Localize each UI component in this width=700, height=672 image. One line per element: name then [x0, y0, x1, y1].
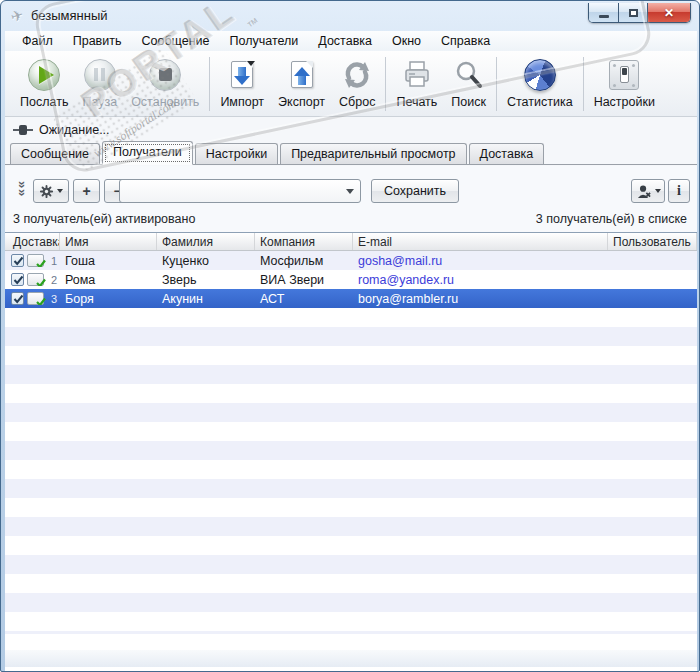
collapse-chevrons-icon[interactable]: »»: [15, 184, 29, 204]
toolbar-separator: [496, 57, 497, 111]
actions-gear-button[interactable]: [33, 179, 69, 203]
toolbar-separator: [209, 57, 210, 111]
cell-name: Рома: [60, 273, 157, 287]
minimize-button[interactable]: [589, 3, 618, 22]
send-button[interactable]: Послать: [13, 55, 75, 113]
column-header-delivery[interactable]: Доставка: [5, 233, 60, 250]
window-title: безымянный: [31, 8, 108, 23]
minimize-icon: [599, 15, 609, 18]
cell-name: Боря: [60, 292, 157, 306]
empty-rows-area: [5, 308, 697, 634]
title-bar[interactable]: ✈ безымянный ✕: [1, 1, 699, 31]
table-row[interactable]: 1 Гоша Куценко Мосфильм gosha@mail.ru: [5, 251, 697, 270]
menu-window[interactable]: Окно: [383, 32, 430, 50]
table-header: Доставка Имя Фамилия Компания E-mail Пол…: [5, 233, 697, 251]
import-menu-caret: [247, 61, 255, 66]
menu-recipients[interactable]: Получатели: [221, 32, 308, 50]
pause-icon: [84, 59, 116, 91]
settings-icon: [609, 60, 639, 90]
row-number: 2: [51, 274, 60, 286]
tab-settings[interactable]: Настройки: [195, 143, 278, 164]
recipients-panel: »» + − Сохр: [5, 166, 697, 667]
column-header-company[interactable]: Компания: [255, 233, 353, 250]
column-header-name[interactable]: Имя: [60, 233, 157, 250]
save-button[interactable]: Сохранить: [371, 179, 459, 203]
main-toolbar: Послать Пауза Остановить Импорт Экспорт: [5, 51, 697, 117]
menu-bar: Файл Править Сообщение Получатели Достав…: [5, 31, 697, 51]
print-button[interactable]: Печать: [389, 55, 444, 113]
cell-name: Гоша: [60, 254, 157, 268]
settings-button[interactable]: Настройки: [587, 55, 662, 113]
toolbar-separator: [385, 57, 386, 111]
cell-company: АСТ: [255, 292, 353, 306]
menu-message[interactable]: Сообщение: [132, 32, 218, 50]
maximize-icon: [629, 9, 638, 17]
export-button[interactable]: Экспорт: [271, 55, 332, 113]
add-recipient-button[interactable]: +: [73, 179, 100, 203]
delivery-checkbox[interactable]: [11, 254, 24, 267]
close-icon: ✕: [664, 6, 674, 20]
tab-preview[interactable]: Предварительный просмотр: [280, 143, 466, 164]
tab-recipients[interactable]: Получатели: [102, 141, 193, 165]
close-button[interactable]: ✕: [647, 3, 690, 22]
address-ok-icon: [27, 292, 44, 305]
group-combobox[interactable]: [119, 179, 361, 203]
cell-company: ВИА Звери: [255, 273, 353, 287]
table-row-selected[interactable]: 3 Боря Акунин АСТ borya@rambler.ru: [5, 289, 697, 308]
maximize-button[interactable]: [618, 3, 647, 22]
address-ok-icon: [27, 254, 44, 267]
cell-email: roma@yandex.ru: [353, 273, 608, 287]
gear-menu-caret: [57, 189, 63, 193]
cell-surname: Куценко: [157, 254, 255, 268]
stop-icon: [149, 59, 181, 91]
cell-company: Мосфильм: [255, 254, 353, 268]
menu-edit[interactable]: Править: [64, 32, 131, 50]
row-number: 1: [51, 255, 60, 267]
statistics-button[interactable]: Статистика: [500, 55, 580, 113]
import-button[interactable]: Импорт: [213, 55, 271, 113]
paper-plane-icon: ✈: [9, 5, 27, 26]
cell-email: gosha@mail.ru: [353, 254, 608, 268]
menu-file[interactable]: Файл: [13, 32, 62, 50]
search-icon: [453, 57, 485, 93]
client-area: Файл Править Сообщение Получатели Достав…: [5, 31, 697, 667]
status-line: Ожидание...: [5, 118, 697, 141]
table-row[interactable]: 2 Рома Зверь ВИА Звери roma@yandex.ru: [5, 270, 697, 289]
person-x-icon: [636, 184, 652, 199]
refresh-icon: [341, 57, 373, 93]
recipients-table: Доставка Имя Фамилия Компания E-mail Пол…: [5, 232, 697, 672]
pause-button[interactable]: Пауза: [75, 55, 124, 113]
tab-message[interactable]: Сообщение: [10, 143, 100, 164]
column-header-email[interactable]: E-mail: [353, 233, 608, 250]
app-window: ✈ безымянный ✕ Файл Править Сообщение По…: [0, 0, 700, 672]
connection-plug-icon: [13, 125, 33, 135]
search-button[interactable]: Поиск: [444, 55, 493, 113]
caption-buttons: ✕: [588, 3, 691, 23]
menu-help[interactable]: Справка: [432, 32, 499, 50]
stop-button[interactable]: Остановить: [124, 55, 206, 113]
row-number: 3: [51, 293, 60, 305]
address-ok-icon: [27, 273, 44, 286]
reset-button[interactable]: Сброс: [332, 55, 382, 113]
chevron-down-icon: [346, 189, 354, 194]
tab-delivery[interactable]: Доставка: [469, 143, 545, 164]
status-text: Ожидание...: [39, 123, 110, 137]
column-header-user[interactable]: Пользователь: [608, 233, 697, 250]
cell-surname: Зверь: [157, 273, 255, 287]
delivery-checkbox[interactable]: [11, 273, 24, 286]
pie-chart-icon: [524, 59, 556, 91]
cell-email: borya@rambler.ru: [353, 292, 608, 306]
info-button[interactable]: i: [668, 179, 690, 203]
menu-delivery[interactable]: Доставка: [309, 32, 381, 50]
remove-user-menu-button[interactable]: [631, 179, 665, 203]
toolbar-separator: [583, 57, 584, 111]
info-icon: i: [677, 183, 681, 199]
export-icon: [291, 61, 313, 88]
column-header-surname[interactable]: Фамилия: [157, 233, 255, 250]
gear-icon: [39, 184, 54, 199]
tab-bar: Сообщение Получатели Настройки Предварит…: [5, 141, 697, 165]
printer-icon: [401, 57, 433, 93]
play-icon: [28, 59, 60, 91]
status-bar: [5, 650, 697, 667]
delivery-checkbox[interactable]: [11, 292, 24, 305]
